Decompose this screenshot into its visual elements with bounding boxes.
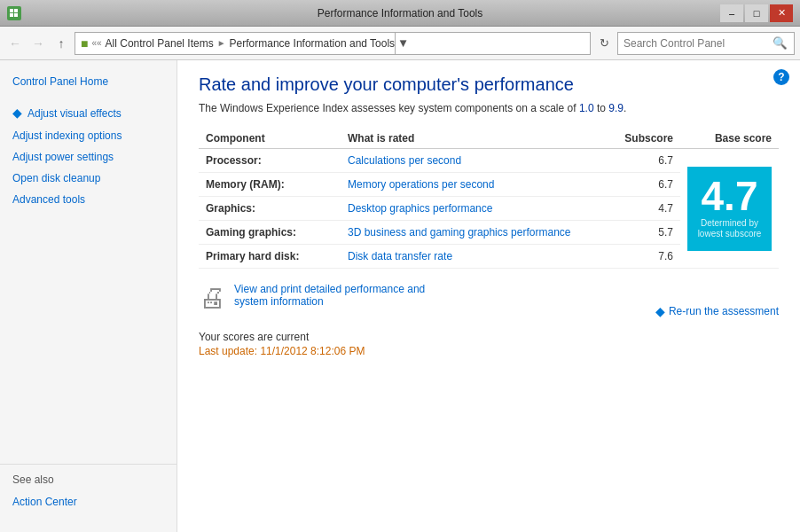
forward-button[interactable]: → bbox=[28, 34, 48, 53]
sidebar-home-section: Control Panel Home bbox=[0, 71, 176, 92]
view-details-link[interactable]: View and print detailed performance and … bbox=[234, 283, 429, 308]
col-header-component: Component bbox=[199, 129, 341, 149]
page-title: Rate and improve your computer's perform… bbox=[199, 74, 779, 95]
window-controls: – □ ✕ bbox=[720, 4, 793, 22]
window-title: Performance Information and Tools bbox=[0, 7, 800, 20]
sidebar: Control Panel Home ◆ Adjust visual effec… bbox=[0, 60, 177, 532]
scores-date: Last update: 11/1/2012 8:12:06 PM bbox=[199, 345, 365, 357]
sidebar-advanced-tools[interactable]: Advanced tools bbox=[0, 189, 176, 210]
back-button[interactable]: ← bbox=[5, 34, 25, 53]
see-also-title: See also bbox=[12, 473, 164, 486]
sidebar-action-center[interactable]: Action Center bbox=[12, 491, 164, 512]
up-button[interactable]: ↑ bbox=[51, 34, 71, 53]
cell-subscore: 5.7 bbox=[609, 221, 680, 245]
cell-component: Memory (RAM): bbox=[199, 173, 341, 197]
cell-subscore: 7.6 bbox=[609, 245, 680, 269]
cell-rated: Desktop graphics performance bbox=[341, 197, 609, 221]
svg-rect-3 bbox=[14, 13, 18, 17]
address-dropdown-button[interactable]: ▼ bbox=[395, 32, 411, 55]
breadcrumb-current: Performance Information and Tools bbox=[230, 37, 396, 50]
search-input[interactable] bbox=[624, 37, 771, 50]
scores-current-label: Your scores are current bbox=[199, 331, 365, 343]
search-button[interactable]: 🔍 bbox=[771, 34, 788, 53]
address-field[interactable]: ■ «« All Control Panel Items ► Performan… bbox=[75, 32, 591, 55]
title-bar-left bbox=[7, 6, 21, 20]
sidebar-adjust-indexing[interactable]: Adjust indexing options bbox=[0, 125, 176, 146]
search-box[interactable]: 🔍 bbox=[617, 32, 795, 55]
shield-icon: ◆ bbox=[12, 104, 22, 122]
svg-rect-0 bbox=[10, 9, 13, 12]
refresh-button[interactable]: ↻ bbox=[594, 34, 614, 53]
breadcrumb-home-icon: ■ bbox=[81, 36, 88, 51]
sidebar-links-section: ◆ Adjust visual effects Adjust indexing … bbox=[0, 101, 176, 210]
maximize-button[interactable]: □ bbox=[745, 4, 768, 22]
sidebar-control-panel-home[interactable]: Control Panel Home bbox=[0, 71, 176, 92]
sidebar-adjust-power[interactable]: Adjust power settings bbox=[0, 146, 176, 168]
cell-rated: Memory operations per second bbox=[341, 173, 609, 197]
title-bar: Performance Information and Tools – □ ✕ bbox=[0, 0, 800, 27]
col-header-basescore: Base score bbox=[680, 129, 779, 149]
minimize-button[interactable]: – bbox=[720, 4, 743, 22]
table-row: Processor:Calculations per second6.74.7D… bbox=[199, 149, 779, 173]
scores-row: Your scores are current Last update: 11/… bbox=[199, 331, 779, 357]
cell-component: Processor: bbox=[199, 149, 341, 173]
rerun-assessment-link[interactable]: ◆ Re-run the assessment bbox=[655, 304, 779, 318]
cell-subscore: 6.7 bbox=[609, 173, 680, 197]
cell-rated: Disk data transfer rate bbox=[341, 245, 609, 269]
cell-basescore: 4.7Determined by lowest subscore bbox=[680, 149, 779, 269]
cell-rated: 3D business and gaming graphics performa… bbox=[341, 221, 609, 245]
breadcrumb: ■ «« All Control Panel Items ► Performan… bbox=[81, 36, 395, 51]
printer-icon: 🖨 bbox=[199, 283, 225, 313]
cell-subscore: 6.7 bbox=[609, 149, 680, 173]
page-subtitle: The Windows Experience Index assesses ke… bbox=[199, 102, 779, 114]
base-score-number: 4.7 bbox=[702, 176, 758, 216]
sidebar-adjust-visual-effects[interactable]: ◆ Adjust visual effects bbox=[0, 101, 176, 125]
svg-rect-2 bbox=[10, 13, 13, 17]
address-bar: ← → ↑ ■ «« All Control Panel Items ► Per… bbox=[0, 27, 800, 60]
scores-info: Your scores are current Last update: 11/… bbox=[199, 331, 365, 357]
content-area: ? Rate and improve your computer's perfo… bbox=[177, 60, 800, 532]
base-score-label: Determined by lowest subscore bbox=[687, 216, 772, 241]
help-icon[interactable]: ? bbox=[773, 69, 789, 85]
cell-component: Primary hard disk: bbox=[199, 245, 341, 269]
sidebar-open-disk-cleanup[interactable]: Open disk cleanup bbox=[0, 168, 176, 189]
cell-rated: Calculations per second bbox=[341, 149, 609, 173]
col-header-subscore: Subscore bbox=[609, 129, 680, 149]
breadcrumb-all-items: All Control Panel Items bbox=[106, 37, 214, 50]
cell-subscore: 4.7 bbox=[609, 197, 680, 221]
shield-rerun-icon: ◆ bbox=[655, 304, 665, 318]
performance-table: Component What is rated Subscore Base sc… bbox=[199, 129, 779, 269]
svg-rect-1 bbox=[14, 9, 18, 12]
rerun-section: ◆ Re-run the assessment bbox=[655, 304, 779, 318]
col-header-rated: What is rated bbox=[341, 129, 609, 149]
see-also-section: See also Action Center bbox=[0, 464, 176, 521]
cell-component: Graphics: bbox=[199, 197, 341, 221]
main-layout: Control Panel Home ◆ Adjust visual effec… bbox=[0, 60, 800, 532]
close-button[interactable]: ✕ bbox=[770, 4, 793, 22]
cell-component: Gaming graphics: bbox=[199, 221, 341, 245]
app-icon bbox=[7, 6, 21, 20]
